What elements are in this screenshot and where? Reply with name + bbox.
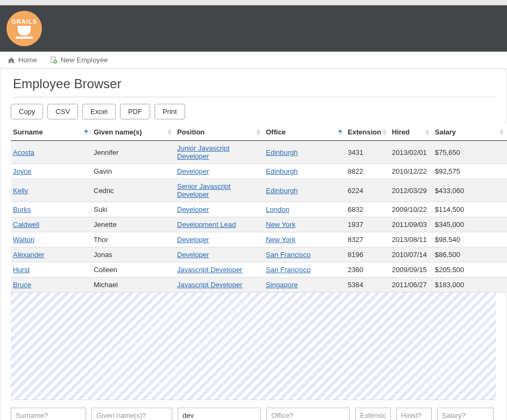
col-header-surname[interactable]: Surname (11, 124, 91, 141)
surname-link[interactable]: Kelly (13, 187, 28, 195)
pdf-button[interactable]: PDF (120, 104, 150, 119)
nav-new-employee-label: New Employee (61, 56, 108, 64)
table-row: BurksSukiDeveloperLondon68322009/10/22$1… (11, 202, 507, 217)
office-link[interactable]: Edinburgh (266, 148, 298, 156)
filter-salary[interactable] (437, 408, 494, 420)
col-header-salary[interactable]: Salary (433, 124, 507, 141)
position-link[interactable]: Developer (177, 205, 209, 213)
sort-icon (425, 129, 429, 135)
cell-extension: 3431 (346, 141, 390, 164)
position-link[interactable]: Junior Javascript Developer (177, 144, 230, 160)
cell-extension: 2360 (346, 262, 390, 277)
office-link[interactable]: Edinburgh (266, 167, 298, 175)
surname-link[interactable]: Walton (13, 236, 34, 244)
new-employee-icon (50, 56, 58, 64)
cell-given: Suki (91, 202, 175, 217)
table-row: AcostaJenniferJunior Javascript Develope… (11, 141, 507, 164)
surname-link[interactable]: Caldwell (13, 220, 39, 229)
office-link[interactable]: New York (266, 220, 295, 229)
col-header-position[interactable]: Position (175, 124, 264, 141)
content: Employee Browser Copy CSV Excel PDF Prin… (1, 69, 506, 420)
cell-given: Jennifer (91, 141, 175, 164)
table-row: CaldwellJenetteDevelopment LeadNew York1… (11, 217, 507, 232)
position-link[interactable]: Development Lead (177, 220, 236, 229)
export-toolbar: Copy CSV Excel PDF Print (11, 104, 496, 119)
col-header-position-label: Position (177, 128, 205, 136)
cell-given: Jenette (91, 217, 175, 232)
office-link[interactable]: London (266, 205, 289, 213)
cell-salary: $86,500 (433, 247, 507, 262)
table-row: BruceMichaelJavascript DeveloperSingapor… (11, 277, 507, 293)
cell-hired: 2010/07/14 (390, 247, 433, 262)
copy-button[interactable]: Copy (11, 104, 43, 119)
cell-hired: 2011/06/27 (390, 277, 433, 293)
cell-given: Thor (91, 232, 175, 247)
office-link[interactable]: Edinburgh (266, 187, 298, 195)
cell-hired: 2009/10/22 (390, 202, 433, 217)
grails-logo: GRAILS (6, 11, 42, 46)
employee-table: Surname Given name(s) Position Office Ex… (11, 124, 507, 293)
surname-link[interactable]: Bruce (13, 281, 31, 289)
logo-cup-icon (15, 26, 34, 38)
excel-button[interactable]: Excel (82, 104, 116, 119)
cell-hired: 2009/09/15 (390, 262, 433, 277)
surname-link[interactable]: Acosta (13, 148, 34, 156)
column-filters (11, 408, 496, 420)
position-link[interactable]: Developer (177, 167, 209, 175)
position-link[interactable]: Javascript Developer (177, 266, 242, 274)
position-link[interactable]: Developer (177, 251, 209, 259)
cell-salary: $98,540 (433, 232, 507, 247)
cell-given: Colleen (91, 262, 175, 277)
nav-new-employee[interactable]: New Employee (50, 56, 108, 64)
col-header-hired-label: Hired (392, 128, 410, 136)
browser-chrome-strip (0, 0, 507, 5)
sort-asc-icon (338, 129, 342, 135)
cell-salary: $345,000 (433, 217, 507, 232)
filter-hired[interactable] (396, 408, 432, 420)
sort-icon (256, 129, 260, 135)
col-header-extension[interactable]: Extension (346, 124, 390, 141)
col-header-salary-label: Salary (435, 128, 456, 136)
page-title: Employee Browser (11, 76, 496, 97)
table-row: HurstColleenJavascript DeveloperSan Fran… (11, 262, 507, 277)
table-row: JoyceGavinDeveloperEdinburgh88222010/12/… (11, 164, 507, 179)
filter-extension[interactable] (355, 408, 391, 420)
position-link[interactable]: Javascript Developer (177, 281, 242, 289)
cell-hired: 2012/03/29 (390, 179, 433, 202)
filter-surname[interactable] (11, 408, 86, 420)
office-link[interactable]: Singapore (266, 281, 298, 289)
sort-icon (167, 129, 172, 135)
table-header-row: Surname Given name(s) Position Office Ex… (11, 124, 507, 141)
col-header-hired[interactable]: Hired (390, 124, 433, 141)
office-link[interactable]: New York (266, 236, 295, 244)
filter-office[interactable] (266, 408, 350, 420)
cell-salary: $75,650 (433, 141, 507, 164)
surname-link[interactable]: Burks (13, 205, 31, 213)
table-row: AlexanderJonasDeveloperSan Francisco8196… (11, 247, 507, 262)
col-header-surname-label: Surname (13, 128, 43, 136)
home-icon (8, 56, 15, 64)
csv-button[interactable]: CSV (47, 104, 78, 119)
cell-hired: 2010/12/22 (390, 164, 433, 179)
cell-extension: 6224 (346, 179, 390, 202)
filter-given[interactable] (91, 408, 172, 420)
filter-position[interactable] (178, 408, 261, 420)
table-row: KellyCedricSenior Javascript DeveloperEd… (11, 179, 507, 202)
office-link[interactable]: San Francisco (266, 251, 311, 259)
nav-home[interactable]: Home (8, 56, 37, 64)
col-header-given-label: Given name(s) (94, 128, 142, 136)
surname-link[interactable]: Hurst (13, 266, 30, 274)
print-button[interactable]: Print (154, 104, 185, 119)
office-link[interactable]: San Francisco (266, 266, 311, 274)
col-header-office[interactable]: Office (264, 124, 346, 141)
table-empty-stripes (11, 293, 496, 400)
cell-salary: $114,500 (433, 202, 507, 217)
cell-hired: 2013/02/01 (390, 141, 433, 164)
cell-given: Cedric (91, 179, 175, 202)
position-link[interactable]: Developer (177, 236, 209, 244)
col-header-given[interactable]: Given name(s) (91, 124, 175, 141)
surname-link[interactable]: Alexander (13, 251, 45, 259)
logo-text: GRAILS (11, 18, 37, 25)
position-link[interactable]: Senior Javascript Developer (177, 182, 231, 198)
surname-link[interactable]: Joyce (13, 167, 31, 175)
